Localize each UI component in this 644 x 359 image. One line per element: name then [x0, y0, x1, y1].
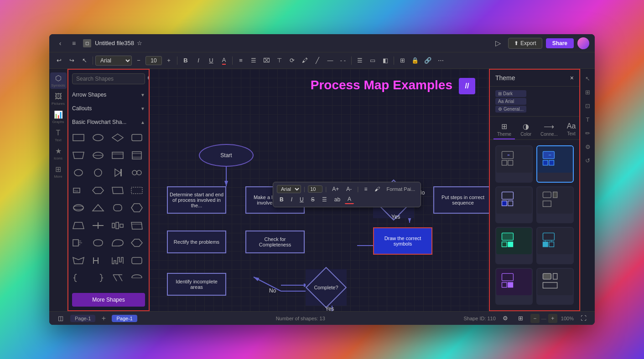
- fmt-size-input[interactable]: [308, 185, 322, 193]
- more-shapes-button[interactable]: More Shapes: [72, 293, 145, 307]
- fc-node-step7[interactable]: Identify incomplete areas: [167, 273, 226, 296]
- link-button[interactable]: 🔗: [422, 55, 434, 67]
- zoom-out-button[interactable]: −: [530, 314, 540, 323]
- export-button[interactable]: ⬆ Export: [508, 38, 542, 49]
- shape-item[interactable]: [109, 271, 126, 285]
- shape-item[interactable]: [70, 149, 87, 162]
- rt-settings-tool[interactable]: ⚙: [582, 141, 594, 153]
- tab-connectors[interactable]: ⟶ Conne...: [537, 120, 561, 139]
- lock-button[interactable]: 🔒: [409, 55, 421, 67]
- theme-card-2[interactable]: [536, 145, 574, 183]
- rt-grid-tool[interactable]: ⊞: [582, 86, 594, 98]
- fmt-underline-btn[interactable]: U: [297, 195, 306, 204]
- shape-item[interactable]: [70, 201, 87, 215]
- shape-item[interactable]: [109, 149, 126, 162]
- text-vertical-button[interactable]: ⊤: [273, 55, 285, 67]
- basic-flowchart-header[interactable]: Basic Flowchart Sha... ▲: [72, 117, 145, 127]
- theme-card-1[interactable]: [495, 145, 533, 183]
- shape-item[interactable]: [90, 149, 106, 162]
- user-avatar[interactable]: [577, 37, 589, 49]
- fmt-subscript-btn[interactable]: ab: [332, 195, 343, 204]
- line-dashed-button[interactable]: - -: [337, 55, 349, 67]
- shape-item[interactable]: [109, 201, 126, 215]
- shape-item[interactable]: [129, 219, 145, 232]
- shape-item[interactable]: [129, 236, 145, 250]
- theme-card-6[interactable]: [536, 227, 574, 264]
- fill-button[interactable]: ◧: [379, 55, 391, 67]
- shape-item[interactable]: [129, 166, 145, 180]
- add-page-button[interactable]: +: [99, 314, 108, 323]
- rt-text-tool[interactable]: T: [582, 113, 594, 125]
- shape-item[interactable]: [70, 219, 87, 232]
- menu-button[interactable]: ≡: [68, 38, 79, 49]
- shape-item[interactable]: [70, 271, 87, 285]
- font-color-button[interactable]: A: [218, 55, 230, 67]
- shape-item[interactable]: [70, 254, 87, 267]
- font-size-input[interactable]: [145, 56, 162, 65]
- back-button[interactable]: ‹: [55, 38, 66, 49]
- sidebar-toggle-button[interactable]: ◫: [55, 313, 67, 324]
- shape-item[interactable]: [90, 254, 106, 267]
- shape-item[interactable]: [90, 131, 106, 144]
- font-size-minus[interactable]: −: [133, 55, 145, 67]
- fmt-bold-btn[interactable]: B: [277, 195, 286, 204]
- tab-color[interactable]: ◑ Color: [517, 120, 535, 139]
- theme-card-5[interactable]: [495, 227, 533, 264]
- rt-cursor-tool[interactable]: ↖: [582, 72, 594, 84]
- fc-node-step3[interactable]: Put steps in correct sequence: [433, 186, 489, 214]
- sidebar-item-graphs[interactable]: 📊 Graphs: [50, 109, 67, 125]
- fc-node-start[interactable]: Start: [199, 144, 254, 167]
- rt-draw-tool[interactable]: ✏: [582, 127, 594, 139]
- fc-node-step5[interactable]: Check for Completeness: [245, 231, 305, 253]
- rt-history-tool[interactable]: ↺: [582, 154, 594, 166]
- shape-item[interactable]: [129, 149, 145, 162]
- shape-item[interactable]: [109, 236, 126, 250]
- shape-item[interactable]: [70, 131, 87, 144]
- shape-item[interactable]: [129, 201, 145, 215]
- layout-icon-bottom[interactable]: ⊞: [515, 313, 527, 324]
- shape-item[interactable]: [70, 166, 87, 180]
- callouts-header[interactable]: Callouts ▼: [72, 103, 145, 113]
- sidebar-item-text[interactable]: T Text: [50, 127, 67, 144]
- theme-dark-badge[interactable]: ⊞ Dark: [495, 90, 526, 97]
- italic-button[interactable]: I: [192, 55, 204, 67]
- undo-button[interactable]: ↩: [53, 55, 65, 67]
- tab-text[interactable]: Aa Text: [563, 120, 580, 139]
- font-selector[interactable]: Arial Helvetica Times New Roman: [95, 56, 132, 66]
- fullscreen-button[interactable]: ⛶: [577, 313, 589, 324]
- fmt-shrink-btn[interactable]: A-: [343, 185, 354, 193]
- fmt-align-btn[interactable]: ≡: [361, 185, 370, 193]
- shape-item[interactable]: [90, 184, 106, 197]
- settings-icon[interactable]: ⚙: [499, 313, 511, 324]
- font-size-plus[interactable]: +: [163, 55, 175, 67]
- share-button[interactable]: Share: [546, 38, 574, 48]
- fmt-fontcolor-btn[interactable]: A: [345, 195, 354, 204]
- shape-item[interactable]: [90, 201, 106, 215]
- bold-button[interactable]: B: [180, 55, 192, 67]
- fmt-font-select[interactable]: Arial: [277, 185, 301, 193]
- sidebar-item-icons[interactable]: ★ Icons: [50, 145, 67, 162]
- shape-item[interactable]: [70, 236, 87, 250]
- border-button[interactable]: ▭: [367, 55, 379, 67]
- shape-item[interactable]: [90, 271, 106, 285]
- fc-node-step4[interactable]: Rectify the problems: [167, 231, 226, 253]
- shape-item[interactable]: [109, 131, 126, 144]
- more-button[interactable]: ⋯: [435, 55, 447, 67]
- page-tab-1[interactable]: Page-1: [70, 315, 95, 322]
- fmt-bullet-btn[interactable]: ☰: [319, 195, 330, 204]
- fc-node-decision2[interactable]: Complete?: [306, 269, 347, 306]
- shape-item[interactable]: Yes: [70, 184, 87, 197]
- theme-card-3[interactable]: [495, 186, 533, 224]
- theme-card-8[interactable]: [536, 268, 574, 305]
- line-button[interactable]: ╱: [312, 55, 323, 67]
- fmt-strike-btn[interactable]: S: [308, 195, 317, 204]
- sidebar-item-more[interactable]: ⊞ More: [50, 164, 67, 180]
- shape-item[interactable]: [109, 166, 126, 180]
- shape-item[interactable]: [129, 184, 145, 197]
- text-wrap-button[interactable]: ⌧: [260, 55, 272, 67]
- arrow-shapes-header[interactable]: Arrow Shapes ▼: [72, 90, 145, 100]
- tab-theme[interactable]: ⊞ Theme: [493, 120, 515, 139]
- shape-item[interactable]: [90, 219, 106, 232]
- sidebar-item-symbols[interactable]: ⬡ Symbols: [50, 72, 67, 89]
- arrange-button[interactable]: ⊞: [396, 55, 408, 67]
